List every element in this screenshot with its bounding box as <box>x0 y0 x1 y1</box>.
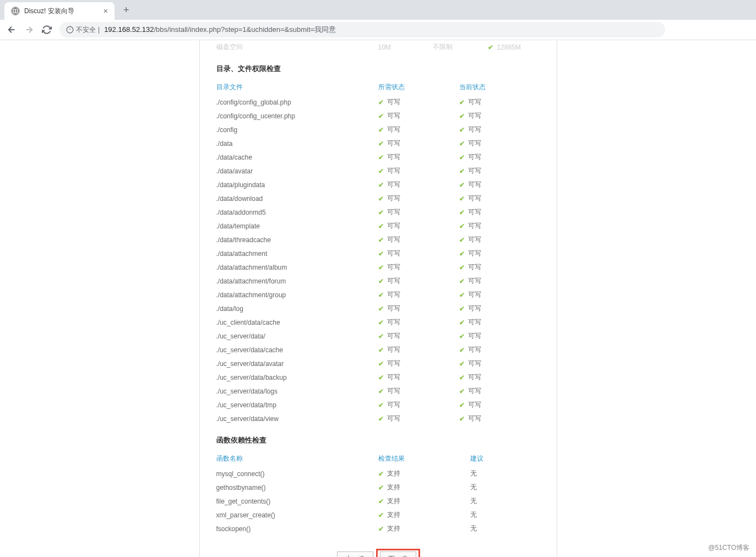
path-cell: ./uc_server/data/view <box>216 412 378 425</box>
check-icon: ✔ <box>378 525 384 533</box>
table-row: fsockopen()✔支持无 <box>216 522 540 536</box>
check-icon: ✔ <box>378 99 384 106</box>
status-label: 可写 <box>468 166 481 176</box>
status-label: 可写 <box>468 235 481 244</box>
column-header: 函数名称 <box>216 451 378 467</box>
func-name: gethostbyname() <box>216 480 378 494</box>
check-icon: ✔ <box>459 291 465 299</box>
check-icon: ✔ <box>378 167 384 175</box>
check-icon: ✔ <box>459 126 465 134</box>
status-label: 可写 <box>387 386 400 396</box>
check-icon: ✔ <box>459 346 465 354</box>
path-cell: ./uc_server/data/logs <box>216 384 378 398</box>
column-header: 建议 <box>459 451 540 467</box>
reload-button[interactable] <box>42 25 52 35</box>
path-cell: ./data/threadcache <box>216 233 378 247</box>
status-label: 可写 <box>468 207 481 217</box>
check-icon: ✔ <box>459 99 465 106</box>
check-icon: ✔ <box>378 209 384 216</box>
check-icon: ✔ <box>378 195 384 203</box>
back-button[interactable] <box>7 25 17 35</box>
check-icon: ✔ <box>459 236 465 244</box>
url-bar[interactable]: 不安全 | 192.168.52.132/bbs/install/index.p… <box>59 22 665 37</box>
section-title-permissions: 目录、文件权限检查 <box>216 64 540 74</box>
status-label: 可写 <box>387 276 400 286</box>
status-label: 支持 <box>387 496 400 506</box>
status-label: 可写 <box>387 373 400 382</box>
prev-button[interactable]: 上一步 <box>337 551 373 557</box>
forward-button[interactable] <box>24 25 34 35</box>
table-row: ./data/download✔可写✔可写 <box>216 192 540 205</box>
table-row: ./uc_server/data/logs✔可写✔可写 <box>216 384 540 398</box>
status-label: 可写 <box>387 139 400 148</box>
check-icon: ✔ <box>459 181 465 189</box>
status-label: 可写 <box>468 276 481 286</box>
status-label: 可写 <box>468 290 481 299</box>
table-row: ./uc_server/data/✔可写✔可写 <box>216 329 540 343</box>
path-cell: ./data/cache <box>216 150 378 164</box>
status-label: 可写 <box>468 414 481 423</box>
status-label: 可写 <box>468 139 481 148</box>
install-panel: 磁盘空间 10M 不限制 ✔ 12885M 目录、文件权限检查 目录文件 所需状… <box>199 40 557 557</box>
check-icon: ✔ <box>378 401 384 409</box>
check-icon: ✔ <box>459 154 465 161</box>
status-label: 可写 <box>387 125 400 134</box>
check-icon: ✔ <box>459 209 465 216</box>
table-row: mysql_connect()✔支持无 <box>216 467 540 480</box>
table-row: ./data/log✔可写✔可写 <box>216 302 540 315</box>
path-cell: ./data/avatar <box>216 164 378 178</box>
check-icon: ✔ <box>378 181 384 189</box>
path-cell: ./uc_server/data/tmp <box>216 398 378 412</box>
button-row: 上一步 下一步 <box>216 549 540 557</box>
check-icon: ✔ <box>378 291 384 299</box>
table-row: ./data/attachment/forum✔可写✔可写 <box>216 274 540 288</box>
path-cell: ./data/log <box>216 302 378 315</box>
check-icon: ✔ <box>378 154 384 161</box>
suggestion-cell: 无 <box>459 508 540 522</box>
status-label: 可写 <box>468 152 481 162</box>
path-cell: ./data/plugindata <box>216 178 378 192</box>
path-cell: ./config/config_global.php <box>216 95 378 109</box>
table-row: ./uc_server/data/tmp✔可写✔可写 <box>216 398 540 412</box>
browser-chrome: Discuz! 安装向导 × + 不安全 | 192.168.52.132/bb… <box>0 0 756 40</box>
column-header: 目录文件 <box>216 79 378 95</box>
check-icon: ✔ <box>378 346 384 354</box>
browser-tab[interactable]: Discuz! 安装向导 × <box>4 2 115 20</box>
table-row: ./data/avatar✔可写✔可写 <box>216 164 540 178</box>
path-cell: ./data/attachment/forum <box>216 274 378 288</box>
status-label: 支持 <box>387 524 400 533</box>
new-tab-button[interactable]: + <box>119 4 134 16</box>
next-button[interactable]: 下一步 <box>380 551 416 557</box>
status-label: 可写 <box>387 194 400 203</box>
check-icon: ✔ <box>378 277 384 285</box>
table-row: ./data/plugindata✔可写✔可写 <box>216 178 540 192</box>
path-cell: ./uc_server/data/avatar <box>216 357 378 370</box>
table-row: ./data/cache✔可写✔可写 <box>216 150 540 164</box>
status-label: 可写 <box>468 194 481 203</box>
status-label: 可写 <box>387 152 400 162</box>
status-label: 可写 <box>468 180 481 189</box>
table-row: ./data/attachment/group✔可写✔可写 <box>216 288 540 302</box>
column-header: 当前状态 <box>459 79 540 95</box>
table-row: gethostbyname()✔支持无 <box>216 480 540 494</box>
check-icon: ✔ <box>459 250 465 258</box>
status-label: 可写 <box>468 125 481 134</box>
tab-bar: Discuz! 安装向导 × + <box>0 0 756 20</box>
status-label: 可写 <box>387 345 400 354</box>
close-icon[interactable]: × <box>104 7 108 15</box>
status-label: 可写 <box>387 263 400 272</box>
path-cell: ./uc_server/data/backup <box>216 370 378 384</box>
functions-table: 函数名称 检查结果 建议 mysql_connect()✔支持无gethostb… <box>216 451 540 536</box>
permissions-table: 目录文件 所需状态 当前状态 ./config/config_global.ph… <box>216 79 540 425</box>
check-icon: ✔ <box>459 360 465 368</box>
status-label: 可写 <box>468 221 481 231</box>
status-label: 可写 <box>387 235 400 244</box>
check-icon: ✔ <box>378 222 384 230</box>
check-icon: ✔ <box>378 319 384 326</box>
status-label: 可写 <box>468 249 481 258</box>
path-cell: ./data/attachment <box>216 247 378 260</box>
status-label: 可写 <box>468 345 481 354</box>
check-icon: ✔ <box>459 195 465 203</box>
table-row: 磁盘空间 10M 不限制 ✔ 12885M <box>216 40 540 54</box>
table-row: ./uc_server/data/view✔可写✔可写 <box>216 412 540 425</box>
